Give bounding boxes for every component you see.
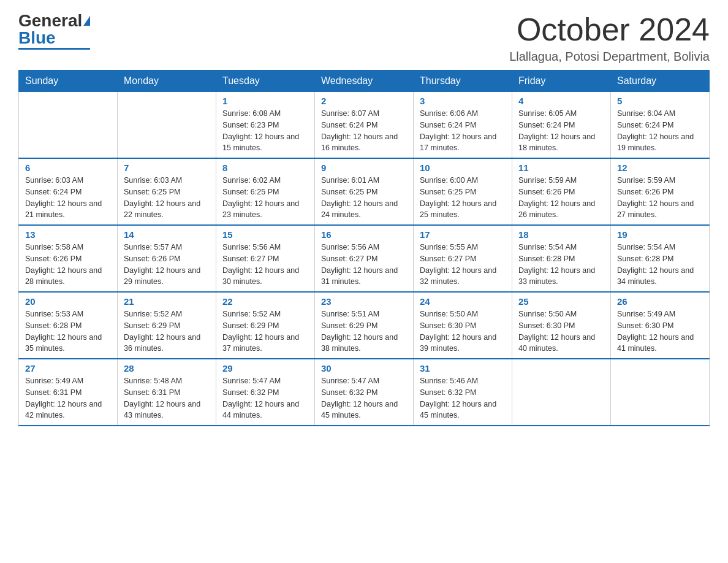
calendar-cell: 9Sunrise: 6:01 AMSunset: 6:25 PMDaylight… xyxy=(315,158,414,225)
calendar-cell xyxy=(611,359,710,426)
calendar-cell: 20Sunrise: 5:53 AMSunset: 6:28 PMDayligh… xyxy=(19,292,118,359)
day-info: Sunrise: 6:01 AMSunset: 6:25 PMDaylight:… xyxy=(321,175,407,221)
day-info: Sunrise: 5:59 AMSunset: 6:26 PMDaylight:… xyxy=(617,175,703,221)
calendar-header-tuesday: Tuesday xyxy=(216,71,315,92)
day-number: 21 xyxy=(124,296,210,307)
page-header: General Blue October 2024 Llallagua, Pot… xyxy=(18,12,710,64)
day-number: 5 xyxy=(617,96,703,106)
day-info: Sunrise: 6:03 AMSunset: 6:25 PMDaylight:… xyxy=(124,175,210,221)
day-number: 16 xyxy=(321,229,407,240)
day-number: 27 xyxy=(25,363,111,373)
day-info: Sunrise: 5:52 AMSunset: 6:29 PMDaylight:… xyxy=(124,308,210,354)
calendar-header-friday: Friday xyxy=(512,71,611,92)
calendar-cell: 1Sunrise: 6:08 AMSunset: 6:23 PMDaylight… xyxy=(216,92,315,159)
calendar-cell: 15Sunrise: 5:56 AMSunset: 6:27 PMDayligh… xyxy=(216,225,315,292)
calendar-cell: 31Sunrise: 5:46 AMSunset: 6:32 PMDayligh… xyxy=(414,359,512,426)
calendar-header-wednesday: Wednesday xyxy=(315,71,414,92)
title-block: October 2024 Llallagua, Potosi Departmen… xyxy=(509,12,710,64)
logo-underline xyxy=(18,48,90,50)
day-info: Sunrise: 5:50 AMSunset: 6:30 PMDaylight:… xyxy=(518,308,604,354)
calendar-cell: 23Sunrise: 5:51 AMSunset: 6:29 PMDayligh… xyxy=(315,292,414,359)
day-number: 9 xyxy=(321,163,407,173)
day-number: 10 xyxy=(420,163,506,173)
calendar-cell: 14Sunrise: 5:57 AMSunset: 6:26 PMDayligh… xyxy=(118,225,216,292)
calendar-cell: 2Sunrise: 6:07 AMSunset: 6:24 PMDaylight… xyxy=(315,92,414,159)
calendar-header-thursday: Thursday xyxy=(414,71,512,92)
calendar-cell: 25Sunrise: 5:50 AMSunset: 6:30 PMDayligh… xyxy=(512,292,611,359)
day-info: Sunrise: 6:06 AMSunset: 6:24 PMDaylight:… xyxy=(420,108,506,154)
day-info: Sunrise: 6:04 AMSunset: 6:24 PMDaylight:… xyxy=(617,108,703,154)
day-number: 13 xyxy=(25,229,111,240)
day-number: 7 xyxy=(124,163,210,173)
day-number: 25 xyxy=(518,296,604,307)
day-number: 28 xyxy=(124,363,210,373)
day-info: Sunrise: 5:47 AMSunset: 6:32 PMDaylight:… xyxy=(321,375,407,421)
day-info: Sunrise: 5:46 AMSunset: 6:32 PMDaylight:… xyxy=(420,375,506,421)
calendar-table: SundayMondayTuesdayWednesdayThursdayFrid… xyxy=(18,70,710,426)
calendar-header-sunday: Sunday xyxy=(19,71,118,92)
day-number: 4 xyxy=(518,96,604,106)
day-number: 26 xyxy=(617,296,703,307)
day-number: 17 xyxy=(420,229,506,240)
calendar-header-saturday: Saturday xyxy=(611,71,710,92)
calendar-week-row: 13Sunrise: 5:58 AMSunset: 6:26 PMDayligh… xyxy=(19,225,710,292)
calendar-week-row: 20Sunrise: 5:53 AMSunset: 6:28 PMDayligh… xyxy=(19,292,710,359)
calendar-cell xyxy=(19,92,118,159)
day-info: Sunrise: 5:51 AMSunset: 6:29 PMDaylight:… xyxy=(321,308,407,354)
day-info: Sunrise: 6:03 AMSunset: 6:24 PMDaylight:… xyxy=(25,175,111,221)
day-info: Sunrise: 5:57 AMSunset: 6:26 PMDaylight:… xyxy=(124,242,210,288)
calendar-cell xyxy=(118,92,216,159)
day-info: Sunrise: 5:49 AMSunset: 6:31 PMDaylight:… xyxy=(25,375,111,421)
day-info: Sunrise: 6:08 AMSunset: 6:23 PMDaylight:… xyxy=(222,108,308,154)
day-number: 30 xyxy=(321,363,407,373)
calendar-cell xyxy=(512,359,611,426)
calendar-cell: 28Sunrise: 5:48 AMSunset: 6:31 PMDayligh… xyxy=(118,359,216,426)
day-info: Sunrise: 5:54 AMSunset: 6:28 PMDaylight:… xyxy=(617,242,703,288)
calendar-header-row: SundayMondayTuesdayWednesdayThursdayFrid… xyxy=(19,71,710,92)
day-info: Sunrise: 6:05 AMSunset: 6:24 PMDaylight:… xyxy=(518,108,604,154)
day-info: Sunrise: 6:00 AMSunset: 6:25 PMDaylight:… xyxy=(420,175,506,221)
calendar-cell: 5Sunrise: 6:04 AMSunset: 6:24 PMDaylight… xyxy=(611,92,710,159)
day-info: Sunrise: 5:56 AMSunset: 6:27 PMDaylight:… xyxy=(321,242,407,288)
day-info: Sunrise: 5:48 AMSunset: 6:31 PMDaylight:… xyxy=(124,375,210,421)
day-number: 23 xyxy=(321,296,407,307)
calendar-cell: 16Sunrise: 5:56 AMSunset: 6:27 PMDayligh… xyxy=(315,225,414,292)
calendar-cell: 24Sunrise: 5:50 AMSunset: 6:30 PMDayligh… xyxy=(414,292,512,359)
day-number: 29 xyxy=(222,363,308,373)
calendar-cell: 13Sunrise: 5:58 AMSunset: 6:26 PMDayligh… xyxy=(19,225,118,292)
day-number: 3 xyxy=(420,96,506,106)
calendar-cell: 8Sunrise: 6:02 AMSunset: 6:25 PMDaylight… xyxy=(216,158,315,225)
calendar-week-row: 1Sunrise: 6:08 AMSunset: 6:23 PMDaylight… xyxy=(19,92,710,159)
day-number: 1 xyxy=(222,96,308,106)
calendar-cell: 30Sunrise: 5:47 AMSunset: 6:32 PMDayligh… xyxy=(315,359,414,426)
day-number: 11 xyxy=(518,163,604,173)
day-info: Sunrise: 6:07 AMSunset: 6:24 PMDaylight:… xyxy=(321,108,407,154)
calendar-cell: 7Sunrise: 6:03 AMSunset: 6:25 PMDaylight… xyxy=(118,158,216,225)
calendar-cell: 11Sunrise: 5:59 AMSunset: 6:26 PMDayligh… xyxy=(512,158,611,225)
month-title: October 2024 xyxy=(509,12,710,47)
calendar-cell: 27Sunrise: 5:49 AMSunset: 6:31 PMDayligh… xyxy=(19,359,118,426)
day-info: Sunrise: 5:54 AMSunset: 6:28 PMDaylight:… xyxy=(518,242,604,288)
day-number: 15 xyxy=(222,229,308,240)
calendar-week-row: 6Sunrise: 6:03 AMSunset: 6:24 PMDaylight… xyxy=(19,158,710,225)
day-number: 14 xyxy=(124,229,210,240)
calendar-week-row: 27Sunrise: 5:49 AMSunset: 6:31 PMDayligh… xyxy=(19,359,710,426)
calendar-cell: 17Sunrise: 5:55 AMSunset: 6:27 PMDayligh… xyxy=(414,225,512,292)
day-info: Sunrise: 5:58 AMSunset: 6:26 PMDaylight:… xyxy=(25,242,111,288)
day-info: Sunrise: 5:59 AMSunset: 6:26 PMDaylight:… xyxy=(518,175,604,221)
day-info: Sunrise: 5:49 AMSunset: 6:30 PMDaylight:… xyxy=(617,308,703,354)
day-number: 6 xyxy=(25,163,111,173)
calendar-cell: 10Sunrise: 6:00 AMSunset: 6:25 PMDayligh… xyxy=(414,158,512,225)
logo-general: General xyxy=(18,12,82,29)
day-number: 20 xyxy=(25,296,111,307)
calendar-cell: 22Sunrise: 5:52 AMSunset: 6:29 PMDayligh… xyxy=(216,292,315,359)
day-number: 18 xyxy=(518,229,604,240)
logo: General Blue xyxy=(18,12,90,50)
logo-blue: Blue xyxy=(18,29,56,47)
calendar-cell: 19Sunrise: 5:54 AMSunset: 6:28 PMDayligh… xyxy=(611,225,710,292)
day-number: 31 xyxy=(420,363,506,373)
logo-triangle-icon xyxy=(83,16,90,26)
day-info: Sunrise: 5:55 AMSunset: 6:27 PMDaylight:… xyxy=(420,242,506,288)
location-title: Llallagua, Potosi Department, Bolivia xyxy=(509,50,710,64)
day-number: 12 xyxy=(617,163,703,173)
